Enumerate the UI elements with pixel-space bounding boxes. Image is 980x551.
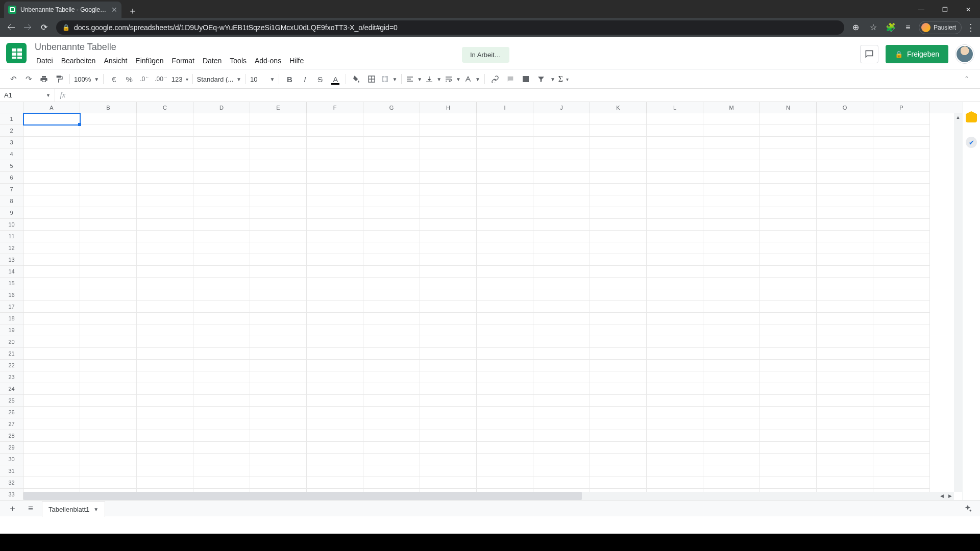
text-rotation-dropdown[interactable]: ▼ — [463, 75, 481, 83]
cell[interactable] — [703, 442, 760, 454]
cell[interactable] — [647, 137, 703, 148]
cell[interactable] — [23, 278, 80, 289]
cell[interactable] — [533, 313, 590, 324]
cell[interactable] — [250, 219, 307, 231]
cell[interactable] — [647, 278, 703, 289]
cell[interactable] — [817, 172, 873, 184]
cell[interactable] — [873, 430, 930, 442]
zoom-dropdown[interactable]: 100%▼ — [73, 76, 100, 83]
cell[interactable] — [873, 454, 930, 465]
cell[interactable] — [533, 278, 590, 289]
cell[interactable] — [477, 254, 533, 266]
column-header[interactable]: O — [817, 102, 873, 113]
cell[interactable] — [477, 301, 533, 313]
row-header[interactable]: 31 — [0, 465, 23, 477]
cell[interactable] — [23, 172, 80, 184]
cell[interactable] — [23, 407, 80, 418]
cell[interactable] — [703, 454, 760, 465]
cell[interactable] — [590, 242, 647, 254]
cell[interactable] — [873, 231, 930, 242]
cell[interactable] — [703, 231, 760, 242]
cell[interactable] — [817, 360, 873, 371]
cell[interactable] — [817, 231, 873, 242]
vertical-align-dropdown[interactable]: ▼ — [424, 75, 443, 83]
insert-link-button[interactable] — [488, 72, 502, 86]
cell[interactable] — [137, 254, 193, 266]
cell[interactable] — [420, 360, 477, 371]
cell[interactable] — [23, 113, 80, 125]
cell[interactable] — [647, 125, 703, 137]
cell[interactable] — [363, 430, 420, 442]
column-header[interactable]: G — [363, 102, 420, 113]
cell[interactable] — [250, 477, 307, 489]
cell[interactable] — [193, 231, 250, 242]
row-header[interactable]: 26 — [0, 407, 23, 418]
cell[interactable] — [363, 266, 420, 278]
cell[interactable] — [307, 289, 363, 301]
select-all-corner[interactable] — [0, 102, 23, 113]
row-header[interactable]: 10 — [0, 219, 23, 231]
cell[interactable] — [533, 242, 590, 254]
cell[interactable] — [760, 113, 817, 125]
cell[interactable] — [193, 160, 250, 172]
cell[interactable] — [477, 418, 533, 430]
cell[interactable] — [250, 360, 307, 371]
cell[interactable] — [817, 137, 873, 148]
cell[interactable] — [420, 395, 477, 407]
cell[interactable] — [647, 360, 703, 371]
cell[interactable] — [137, 371, 193, 383]
cell[interactable] — [193, 137, 250, 148]
cell[interactable] — [760, 137, 817, 148]
row-header[interactable]: 27 — [0, 418, 23, 430]
cell[interactable] — [760, 465, 817, 477]
cell[interactable] — [590, 137, 647, 148]
row-header[interactable]: 18 — [0, 313, 23, 324]
cell[interactable] — [80, 395, 137, 407]
cell[interactable] — [23, 242, 80, 254]
cell[interactable] — [703, 254, 760, 266]
cell[interactable] — [307, 477, 363, 489]
cell[interactable] — [873, 477, 930, 489]
cell[interactable] — [363, 207, 420, 219]
cell[interactable] — [873, 313, 930, 324]
profile-chip[interactable]: Pausiert — [919, 21, 962, 34]
cell[interactable] — [23, 160, 80, 172]
cell[interactable] — [647, 371, 703, 383]
cell[interactable] — [363, 125, 420, 137]
cell[interactable] — [477, 219, 533, 231]
cell[interactable] — [137, 442, 193, 454]
cell[interactable] — [760, 125, 817, 137]
minimize-button[interactable]: ― — [910, 2, 933, 18]
text-color-button[interactable]: A — [328, 72, 342, 86]
row-header[interactable]: 22 — [0, 360, 23, 371]
cell[interactable] — [420, 407, 477, 418]
cell[interactable] — [647, 231, 703, 242]
cell[interactable] — [363, 418, 420, 430]
cell[interactable] — [647, 477, 703, 489]
vertical-scrollbar[interactable]: ▲ — [954, 113, 962, 492]
cell[interactable] — [647, 266, 703, 278]
cell[interactable] — [80, 113, 137, 125]
cell[interactable] — [420, 266, 477, 278]
row-header[interactable]: 32 — [0, 477, 23, 489]
row-header[interactable]: 1 — [0, 113, 23, 125]
cell[interactable] — [23, 418, 80, 430]
cell[interactable] — [533, 207, 590, 219]
cell[interactable] — [250, 254, 307, 266]
cell[interactable] — [760, 360, 817, 371]
cell[interactable] — [80, 442, 137, 454]
functions-dropdown[interactable]: Σ▾ — [557, 74, 570, 84]
cell[interactable] — [363, 383, 420, 395]
cell[interactable] — [590, 360, 647, 371]
cell[interactable] — [703, 148, 760, 160]
cell[interactable] — [760, 219, 817, 231]
cell[interactable] — [193, 219, 250, 231]
cell[interactable] — [420, 348, 477, 360]
cell[interactable] — [477, 371, 533, 383]
cell[interactable] — [703, 371, 760, 383]
cell[interactable] — [760, 407, 817, 418]
strikethrough-button[interactable]: S — [313, 72, 327, 86]
cell[interactable] — [250, 195, 307, 207]
cell[interactable] — [23, 477, 80, 489]
cell[interactable] — [590, 313, 647, 324]
